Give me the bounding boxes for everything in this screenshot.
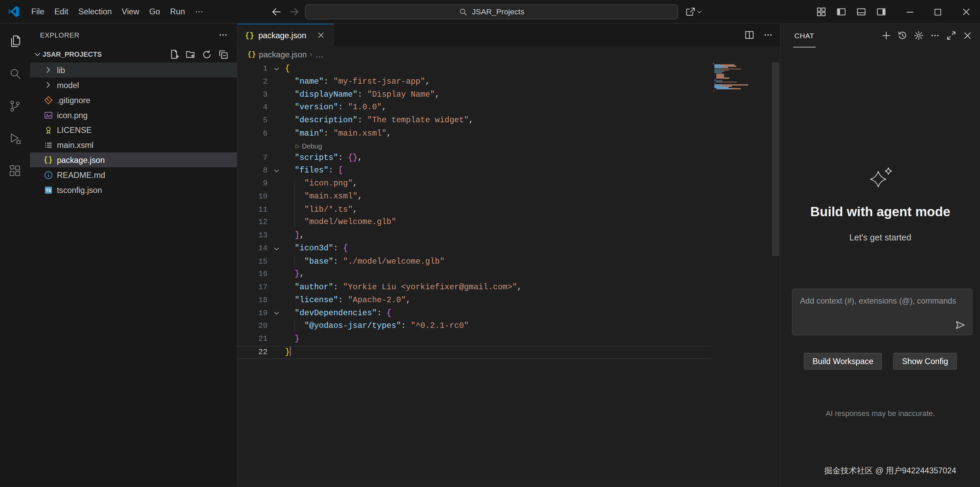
fold-chevron-icon[interactable] — [268, 164, 285, 177]
file-lib[interactable]: lib — [30, 62, 237, 78]
menu-edit[interactable]: Edit — [49, 5, 73, 18]
send-icon[interactable] — [955, 320, 966, 330]
code-line-12[interactable]: 12 "model/welcome.glb" — [237, 216, 711, 229]
file-tsconfig-json[interactable]: TStsconfig.json — [30, 182, 237, 197]
menu-bar: FileEditSelectionViewGoRun⋯ — [26, 5, 208, 18]
build-workspace-button[interactable]: Build Workspace — [803, 353, 882, 370]
menu-go[interactable]: Go — [144, 5, 165, 18]
activity-source-control[interactable] — [0, 90, 30, 122]
scrollbar-thumb[interactable] — [772, 62, 780, 256]
menu-more[interactable]: ⋯ — [190, 5, 208, 18]
line-number: 12 — [237, 216, 268, 229]
editor-scrollbar[interactable] — [771, 62, 780, 487]
code-line-7[interactable]: 7 "scripts": {}, — [237, 151, 711, 164]
forward-arrow-icon[interactable] — [287, 5, 302, 19]
sidebar-left-icon[interactable] — [833, 4, 850, 20]
menu-file[interactable]: File — [26, 5, 49, 18]
tab-package-json[interactable]: {} package.json — [237, 24, 334, 46]
json-file-icon: {} — [248, 51, 256, 58]
chat-gear-icon[interactable] — [912, 29, 925, 42]
fold-chevron-icon[interactable] — [268, 62, 285, 76]
explorer-section-header[interactable]: JSAR_PROJECTS — [30, 46, 237, 62]
code-line-19[interactable]: 19 "devDependencies": { — [237, 307, 711, 320]
chat-expand-icon[interactable] — [945, 29, 958, 42]
chat-more-icon[interactable] — [928, 29, 941, 42]
file-license[interactable]: LICENSE — [30, 122, 237, 137]
code-line-4[interactable]: 4 "version": "1.0.0", — [237, 102, 711, 114]
refresh-icon[interactable] — [200, 48, 213, 61]
minimap[interactable] — [711, 62, 772, 487]
code-line-22[interactable]: 22} — [237, 346, 711, 359]
file-icon-png[interactable]: icon.png — [30, 107, 237, 122]
chat-history-icon[interactable] — [896, 29, 908, 42]
panel-bottom-icon[interactable] — [853, 4, 870, 20]
file-package-json[interactable]: {}package.json — [30, 152, 237, 167]
source-control-icon — [8, 99, 22, 114]
code-line-10[interactable]: 10 "main.xsml", — [237, 190, 711, 203]
code-line-11[interactable]: 11 "lib/*.ts", — [237, 203, 711, 216]
fold-gutter — [268, 346, 285, 359]
json-file-icon: {} — [245, 31, 254, 40]
code-line-9[interactable]: 9 "icon.png", — [237, 177, 711, 190]
line-number: 21 — [237, 333, 268, 346]
sidebar-right-icon[interactable] — [873, 4, 889, 20]
code-line-13[interactable]: 13 ], — [237, 229, 711, 242]
layout-grid-icon[interactable] — [813, 4, 830, 20]
chevron-down-icon[interactable] — [696, 4, 706, 20]
chat-input[interactable]: Add context (#), extensions (@), command… — [792, 289, 972, 335]
menu-view[interactable]: View — [117, 5, 144, 18]
back-arrow-icon[interactable] — [269, 5, 284, 19]
activity-explorer[interactable] — [0, 25, 30, 57]
chat-add-icon[interactable] — [880, 29, 892, 42]
fold-gutter — [268, 102, 285, 114]
code-line-3[interactable]: 3 "displayName": "Display Name", — [237, 89, 711, 102]
fold-chevron-icon[interactable] — [268, 242, 285, 255]
file-tree: libmodel.gitignoreicon.pngLICENSEmain.xs… — [30, 62, 237, 487]
code-line-5[interactable]: 5 "description": "The template widget", — [237, 114, 711, 127]
codelens-debug[interactable]: ▷Debug — [237, 140, 711, 151]
fold-chevron-icon[interactable] — [268, 307, 285, 320]
file--gitignore[interactable]: .gitignore — [30, 92, 237, 108]
show-config-button[interactable]: Show Config — [893, 353, 957, 370]
menu-run[interactable]: Run — [165, 5, 190, 18]
code-line-8[interactable]: 8 "files": [ — [237, 164, 711, 177]
code-line-1[interactable]: 1{ — [237, 62, 711, 76]
close-icon[interactable] — [952, 0, 980, 24]
editor-more-icon[interactable] — [761, 28, 775, 42]
code-line-14[interactable]: 14 "icon3d": { — [237, 242, 711, 255]
breadcrumb-item[interactable]: package.json — [259, 49, 307, 59]
maximize-icon[interactable] — [924, 0, 951, 24]
code-line-15[interactable]: 15 "base": "./model/welcome.glb" — [237, 255, 711, 268]
tab-close-icon[interactable] — [315, 29, 327, 42]
code-line-6[interactable]: 6 "main": "main.xsml", — [237, 127, 711, 140]
chat-heading: Build with agent mode — [810, 204, 951, 219]
new-file-icon[interactable] — [168, 48, 181, 61]
file-readme-md[interactable]: README.md — [30, 167, 237, 182]
code-line-2[interactable]: 2 "name": "my-first-jsar-app", — [237, 76, 711, 89]
chat-tab[interactable]: CHAT — [793, 24, 815, 47]
activity-extensions[interactable] — [0, 155, 30, 187]
code-line-18[interactable]: 18 "license": "Apache-2.0", — [237, 294, 711, 307]
line-number: 18 — [237, 294, 268, 307]
explorer-more-icon[interactable] — [218, 30, 228, 40]
new-folder-icon[interactable] — [184, 48, 197, 61]
title-bar: FileEditSelectionViewGoRun⋯ JSAR_Project… — [0, 0, 980, 24]
collapse-all-icon[interactable] — [217, 48, 229, 61]
chat-close-icon[interactable] — [961, 29, 974, 42]
minimize-icon[interactable] — [896, 0, 924, 24]
activity-run-debug[interactable] — [0, 122, 30, 155]
code-line-16[interactable]: 16 }, — [237, 268, 711, 281]
code-line-21[interactable]: 21 } — [237, 333, 711, 346]
file-main-xsml[interactable]: main.xsml — [30, 137, 237, 152]
breadcrumb-item[interactable]: … — [315, 49, 324, 59]
code-line-20[interactable]: 20 "@yodaos-jsar/types": "^0.2.1-rc0" — [237, 320, 711, 333]
command-center-search[interactable]: JSAR_Projects — [305, 5, 678, 19]
code-line-17[interactable]: 17 "author": "Yorkie Liu <yorkiefixer@gm… — [237, 281, 711, 294]
line-number: 14 — [237, 242, 268, 255]
file-model[interactable]: model — [30, 78, 237, 92]
menu-selection[interactable]: Selection — [73, 5, 117, 18]
activity-search[interactable] — [0, 57, 30, 90]
chat-subheading: Let's get started — [850, 232, 911, 242]
fold-gutter — [268, 177, 285, 190]
split-editor-icon[interactable] — [743, 28, 756, 42]
